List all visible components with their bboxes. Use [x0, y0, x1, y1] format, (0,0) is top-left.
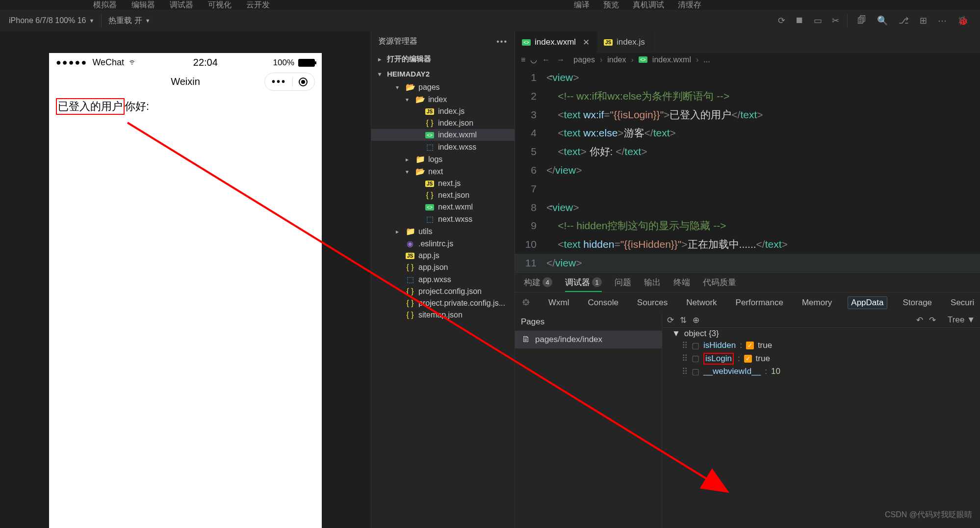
menu-compile[interactable]: 编译	[574, 0, 590, 10]
menu-clear-cache[interactable]: 清缓存	[678, 0, 701, 10]
file-next.js[interactable]: JSnext.js	[371, 178, 515, 189]
search-icon[interactable]: 🔍	[877, 15, 888, 26]
capsule-button[interactable]: •••	[264, 73, 315, 91]
file-.eslintrc.js[interactable]: ◉.eslintrc.js	[371, 238, 515, 250]
panel-tab-代码质量[interactable]: 代码质量	[703, 277, 736, 288]
code-line-9[interactable]: 9 <!-- hidden控制这句的显示与隐藏 -->	[515, 216, 980, 235]
file-sitemap.json[interactable]: { }sitemap.json	[371, 309, 515, 321]
branch-icon[interactable]: ⎇	[899, 15, 909, 26]
file-app.wxss[interactable]: ⬚app.wxss	[371, 273, 515, 286]
nav-back-icon[interactable]: ←	[542, 55, 550, 64]
devtools-tab-performance[interactable]: Performance	[733, 297, 786, 309]
cut-icon[interactable]: ✂	[832, 15, 839, 26]
code-line-8[interactable]: 8<view>	[515, 198, 980, 217]
crumb-file[interactable]: index.wxml	[652, 55, 691, 64]
panel-tab-问题[interactable]: 问题	[615, 277, 631, 288]
code-line-2[interactable]: 2 <!-- wx:if和wx:else为条件判断语句 -->	[515, 87, 980, 106]
devtools-tab-network[interactable]: Network	[683, 297, 720, 309]
file-app.json[interactable]: { }app.json	[371, 262, 515, 273]
tree-mode-select[interactable]: Tree ▼	[948, 315, 975, 325]
menu-simulator[interactable]: 模拟器	[93, 0, 117, 10]
checkbox-icon[interactable]: ✓	[744, 355, 752, 363]
file-pages[interactable]: ▾📂pages	[371, 81, 515, 93]
expand-icon[interactable]: ⇅	[680, 315, 687, 325]
panel-tab-终端[interactable]: 终端	[673, 277, 690, 288]
more-icon[interactable]: ⋯	[938, 15, 947, 26]
code-line-6[interactable]: 6</view>	[515, 161, 980, 180]
refresh-icon[interactable]: ⟳	[778, 15, 785, 26]
file-project.private.config.js...[interactable]: { }project.private.config.js...	[371, 297, 515, 309]
section-open-editors[interactable]: ▸ 打开的编辑器	[371, 52, 515, 67]
code-line-10[interactable]: 10 <text hidden="{{isHidden}}">正在加载中....…	[515, 235, 980, 254]
menu-remote-debug[interactable]: 真机调试	[633, 0, 664, 10]
file-utils[interactable]: ▸📁utils	[371, 225, 515, 238]
menu-cloud[interactable]: 云开发	[246, 0, 270, 10]
code-line-4[interactable]: 4 <text wx:else>游客</text>	[515, 124, 980, 142]
code-line-3[interactable]: 3 <text wx:if="{{isLogin}}">已登入的用户</text…	[515, 106, 980, 124]
devtools-tab-storage[interactable]: Storage	[900, 297, 935, 309]
object-root[interactable]: ▼ object {3}	[662, 328, 980, 340]
file-next.wxml[interactable]: <>next.wxml	[371, 201, 515, 213]
code-editor[interactable]: 1<view>⌄2 <!-- wx:if和wx:else为条件判断语句 -->3…	[515, 66, 980, 272]
devtools-tab-sources[interactable]: Sources	[634, 297, 671, 309]
devtools-tab-console[interactable]: Console	[585, 297, 621, 309]
explorer-more-icon[interactable]: •••	[496, 37, 508, 46]
tab-index-wxml[interactable]: <> index.wxml ✕	[515, 31, 597, 53]
redo-icon[interactable]: ↷	[929, 315, 936, 325]
nav-fwd-icon[interactable]: →	[557, 55, 565, 64]
file-index.js[interactable]: JSindex.js	[371, 106, 515, 117]
file-index.wxml[interactable]: <>index.wxml	[371, 129, 515, 141]
menu-debugger[interactable]: 调试器	[170, 0, 193, 10]
file-next[interactable]: ▾📂next	[371, 165, 515, 178]
panel-tab-构建[interactable]: 构建4	[524, 277, 552, 288]
collapse-icon[interactable]: ⊕	[693, 315, 699, 325]
file-app.js[interactable]: JSapp.js	[371, 250, 515, 262]
code-line-5[interactable]: 5 <text> 你好: </text>	[515, 142, 980, 161]
devtools-tab-securi[interactable]: Securi	[948, 297, 977, 309]
data-row-__webviewId__[interactable]: ⠿▢ __webviewId__ : 10	[662, 366, 980, 378]
device-selector[interactable]: iPhone 6/7/8 100% 16 ▼	[4, 14, 99, 27]
fold-icon[interactable]: ⌄	[548, 69, 554, 80]
files-icon[interactable]: 🗐	[857, 15, 866, 26]
extensions-icon[interactable]: ⊞	[920, 15, 927, 26]
phone-icon[interactable]: ▭	[814, 15, 822, 26]
crumb-index[interactable]: index	[607, 55, 626, 64]
file-next.wxss[interactable]: ⬚next.wxss	[371, 213, 515, 225]
code-line-11[interactable]: 11</view>	[515, 254, 980, 272]
undo-icon[interactable]: ↶	[916, 315, 923, 325]
data-row-isHidden[interactable]: ⠿▢ isHidden : ✓ true	[662, 340, 980, 352]
file-index.wxss[interactable]: ⬚index.wxss	[371, 141, 515, 153]
list-icon[interactable]: ≡	[521, 55, 525, 64]
file-index[interactable]: ▾📂index	[371, 93, 515, 106]
file-next.json[interactable]: { }next.json	[371, 189, 515, 201]
data-row-isLogin[interactable]: ⠿▢ isLogin : ✓ true	[662, 352, 980, 366]
fold-icon[interactable]: ⌄	[548, 199, 554, 211]
menu-editor[interactable]: 编辑器	[131, 0, 155, 10]
bug-icon[interactable]: 🐞	[957, 15, 968, 26]
code-line-1[interactable]: 1<view>	[515, 68, 980, 87]
devtools-tab-memory[interactable]: Memory	[799, 297, 835, 309]
refresh-icon[interactable]: ⟳	[667, 315, 674, 325]
file-label: app.wxss	[418, 275, 451, 284]
crumb-pages[interactable]: pages	[573, 55, 595, 64]
page-item[interactable]: 🗎 pages/index/index	[515, 331, 662, 348]
menu-visual[interactable]: 可视化	[208, 0, 232, 10]
section-project[interactable]: ▾ HEIMADAY2	[371, 67, 515, 81]
close-icon[interactable]: ✕	[583, 37, 590, 48]
crumb-more[interactable]: ...	[703, 55, 710, 64]
inspect-icon[interactable]: ⯐	[522, 297, 531, 308]
panel-tab-输出[interactable]: 输出	[644, 277, 661, 288]
file-project.config.json[interactable]: { }project.config.json	[371, 286, 515, 297]
devtools-tab-wxml[interactable]: Wxml	[545, 297, 572, 309]
hot-reload-toggle[interactable]: 热重载 开 ▼	[108, 16, 150, 26]
checkbox-icon[interactable]: ✓	[746, 342, 754, 349]
panel-tab-调试器[interactable]: 调试器1	[565, 277, 602, 288]
file-logs[interactable]: ▸📁logs	[371, 153, 515, 165]
menu-preview[interactable]: 预览	[603, 0, 619, 10]
bookmark-icon[interactable]: ◡	[530, 55, 537, 64]
code-line-7[interactable]: 7	[515, 180, 980, 198]
stop-icon[interactable]: ⏹	[795, 15, 804, 26]
file-index.json[interactable]: { }index.json	[371, 117, 515, 129]
devtools-tab-appdata[interactable]: AppData	[848, 296, 887, 309]
tab-index-js[interactable]: JS index.js	[597, 31, 652, 53]
